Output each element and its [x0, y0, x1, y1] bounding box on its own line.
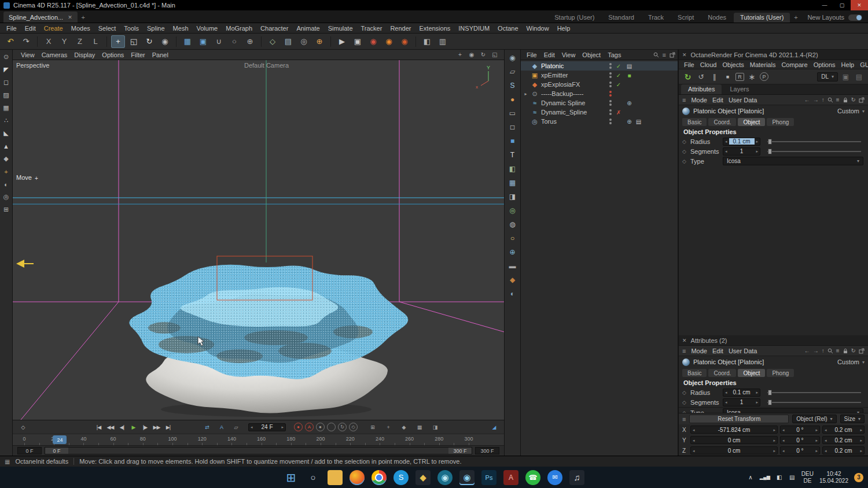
cloner-icon[interactable]: ▦ — [506, 178, 519, 188]
fields-icon[interactable]: ◎ — [297, 35, 311, 48]
menu-create[interactable]: Create — [40, 25, 67, 32]
panel-menu-icon[interactable] — [682, 416, 686, 423]
rotate-view-icon[interactable]: ↻ — [479, 51, 488, 59]
layout-tab-track[interactable]: Track — [642, 13, 670, 23]
search-icon[interactable] — [827, 348, 833, 354]
motext-icon[interactable]: T — [506, 150, 519, 160]
view-label[interactable]: Perspective — [16, 62, 49, 69]
goto-start-button[interactable]: |◀ — [93, 422, 104, 432]
camera-view-icon[interactable]: ▣ — [840, 72, 851, 82]
panel-menu-icon[interactable] — [682, 97, 686, 103]
segments-stepper[interactable]: 1 — [723, 398, 760, 406]
preview-end-field[interactable]: 300 F — [475, 447, 499, 454]
goto-end-button[interactable]: ▶| — [163, 422, 174, 432]
close-button[interactable]: ✕ — [851, 0, 868, 10]
scale-tool-icon[interactable]: ◱ — [127, 35, 141, 48]
radius-stepper[interactable]: 0.1 cm — [723, 138, 760, 146]
size-dropdown[interactable]: Size — [840, 415, 865, 423]
range-start-handle[interactable]: 0 F — [45, 448, 68, 454]
minimize-button[interactable]: — — [816, 0, 833, 10]
z-position-value[interactable]: 0 cm — [697, 448, 772, 454]
viewport-solo-icon[interactable]: ◐ — [1, 179, 12, 189]
octane-dialog-icon[interactable]: ◉ — [382, 35, 396, 48]
back-arrow-icon[interactable] — [804, 347, 810, 354]
visibility-dots[interactable] — [608, 63, 613, 69]
octane-menu-compare[interactable]: Compare — [778, 61, 810, 68]
list-icon[interactable] — [836, 347, 840, 354]
object-row-dynamic-spline-4[interactable]: ≈Dynamic Spline⊕ — [521, 98, 678, 108]
menu-simulate[interactable]: Simulate — [324, 25, 357, 32]
object-name[interactable]: xpExplosiaFX — [541, 81, 606, 88]
symmetry-icon[interactable]: ◨ — [506, 191, 519, 202]
list-icon[interactable] — [836, 97, 840, 103]
points-mode-icon[interactable]: ∴ — [1, 116, 12, 125]
whatsapp-icon[interactable]: ☎ — [525, 470, 540, 485]
decrement-icon[interactable] — [781, 438, 786, 442]
octane-menu-materials[interactable]: Materials — [747, 61, 779, 68]
octane-menu-options[interactable]: Options — [811, 61, 838, 68]
menu-window[interactable]: Window — [523, 25, 553, 32]
object-name[interactable]: -----Backup----- — [541, 90, 606, 97]
chrome-icon[interactable] — [372, 470, 387, 485]
add-layout-tab-button[interactable]: + — [790, 12, 801, 23]
om-menu-object[interactable]: Object — [579, 51, 604, 58]
enable-state-icon[interactable]: ✓ — [615, 63, 622, 69]
object-row-dynamic-spline-5[interactable]: ≈Dynamic_Spline✗ — [521, 108, 678, 117]
document-tab[interactable]: Spline_Advection... — [3, 12, 78, 23]
last-tool-icon[interactable]: ◉ — [158, 35, 172, 48]
octane-menu-file[interactable]: File — [681, 61, 697, 68]
skype-icon[interactable]: S — [393, 470, 409, 485]
segments-stepper[interactable]: 1 — [723, 147, 760, 156]
workplane-mode-icon[interactable]: ▦ — [1, 103, 12, 113]
tab-coord[interactable]: Coord. — [708, 369, 736, 377]
increment-icon[interactable] — [814, 428, 819, 432]
layout-tab-tutorials-user[interactable]: Tutorials (User) — [734, 13, 790, 23]
layouts-toggle[interactable] — [848, 14, 862, 21]
light-icon[interactable]: ○ — [506, 233, 519, 243]
enable-state-icon[interactable]: ✗ — [615, 109, 622, 116]
live-selection-icon[interactable]: ◤ — [1, 65, 12, 75]
object-name[interactable]: Dynamic Spline — [541, 99, 606, 106]
render-settings-gear-icon[interactable]: ∗ — [746, 72, 757, 82]
picture-icon[interactable]: ▤ — [854, 72, 865, 82]
restart-render-icon[interactable]: ↺ — [696, 72, 707, 82]
toggle-view-icon[interactable]: ◱ — [490, 51, 499, 59]
tab-coord[interactable]: Coord. — [708, 118, 736, 126]
enable-state-icon[interactable]: ✓ — [615, 82, 622, 88]
slider-knob[interactable] — [768, 139, 772, 145]
volume-icon[interactable]: ◧ — [776, 474, 783, 480]
camera-icon[interactable]: ◍ — [506, 219, 519, 230]
viewport[interactable]: Y x Perspective Default Camera Move + — [13, 60, 504, 420]
coord-system-icon[interactable]: L — [89, 35, 102, 48]
z-scale-stepper[interactable]: 0.2 cm — [822, 446, 865, 454]
record-keyframe-button[interactable]: ● — [294, 423, 303, 431]
layers-panel-icon[interactable]: ▥ — [436, 35, 450, 48]
y-rotation-stepper[interactable]: 0 ° — [780, 436, 820, 444]
menu-mesh[interactable]: Mesh — [169, 25, 193, 32]
radius-slider[interactable] — [767, 141, 861, 142]
current-frame-stepper[interactable]: 24 F — [248, 423, 286, 431]
decrement-icon[interactable] — [691, 438, 697, 442]
slider-knob[interactable] — [768, 149, 772, 154]
coord-mode-dropdown[interactable]: Object (Rel) — [792, 415, 836, 423]
panel-split-icon[interactable]: ◨ — [429, 422, 440, 432]
object-name[interactable]: Dynamic_Spline — [541, 109, 606, 116]
decrement-icon[interactable] — [823, 428, 829, 432]
increment-icon[interactable] — [755, 149, 760, 153]
decrement-icon[interactable] — [723, 139, 729, 143]
segments-value[interactable]: 1 — [729, 399, 755, 405]
taskview-icon[interactable]: ○ — [306, 470, 321, 485]
record-rotation-button[interactable]: ↻ — [338, 423, 347, 431]
segments-slider[interactable] — [767, 151, 861, 152]
increment-icon[interactable] — [771, 438, 777, 442]
render-view-icon[interactable]: ▶ — [335, 35, 349, 48]
lock-icon[interactable] — [843, 348, 848, 354]
back-arrow-icon[interactable] — [804, 97, 810, 103]
record-pla-button[interactable]: ◇ — [349, 423, 358, 431]
viewport-menu-display[interactable]: Display — [71, 51, 98, 58]
menu-spline[interactable]: Spline — [143, 25, 169, 32]
modeling-axis-icon[interactable]: ⊕ — [243, 35, 257, 48]
simulate-cloth-icon[interactable]: ◇ — [266, 35, 279, 48]
position-track-icon[interactable]: + — [382, 422, 393, 432]
refresh-icon[interactable] — [851, 97, 856, 103]
